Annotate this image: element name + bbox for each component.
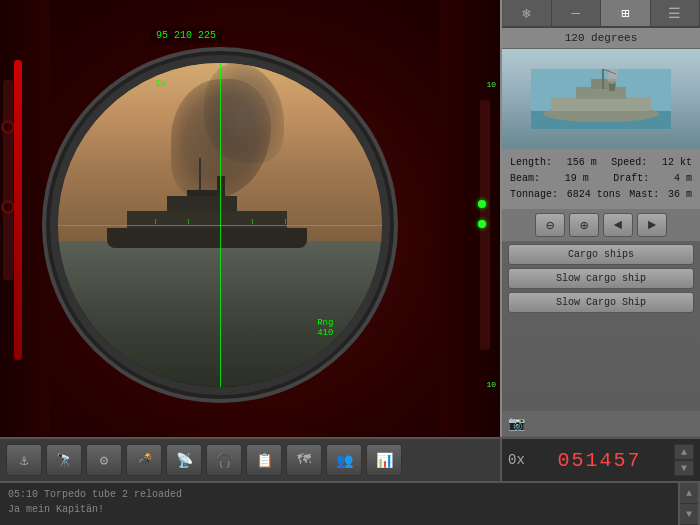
target-ship <box>107 193 307 248</box>
speed-value: 1v <box>155 79 166 89</box>
right-machinery <box>440 0 500 480</box>
counter-display: 0x 051457 ▲ ▼ <box>500 437 700 481</box>
tab-grid[interactable]: ⊞ <box>601 0 651 26</box>
draft-value: 4 m <box>674 171 692 187</box>
ship-silhouette <box>531 69 671 129</box>
range-value: 410 <box>317 328 333 338</box>
ship-stats: Length: 156 m Speed: 12 kt Beam: 19 m Dr… <box>502 149 700 209</box>
periscope-range-display: Rng 410 <box>317 318 333 338</box>
speed-value: 12 kt <box>662 155 692 171</box>
stats-row-1: Length: 156 m Speed: 12 kt <box>510 155 692 171</box>
scroll-up-arrow[interactable]: ▲ <box>680 483 698 504</box>
draft-label: Draft: <box>613 171 649 187</box>
toolbar-btn-4[interactable]: 💣 <box>126 444 162 476</box>
counter-up-arrow[interactable]: ▲ <box>674 444 694 460</box>
tab-list[interactable]: ☰ <box>651 0 701 26</box>
zoom-in-button[interactable]: ⊕ <box>569 213 599 237</box>
status-bar: 05:10 Torpedo tube 2 reloaded Ja mein Ka… <box>0 481 700 525</box>
toolbar-btn-8[interactable]: 🗺 <box>286 444 322 476</box>
crosshair-vertical <box>220 63 221 387</box>
tick-mark <box>188 219 189 224</box>
right-ruler-bottom: 10 <box>486 380 496 389</box>
ship-mast <box>199 158 201 193</box>
counter-arrows: ▲ ▼ <box>674 444 694 476</box>
ship-image-area <box>502 49 700 149</box>
counter-multiplier: 0x <box>508 452 525 468</box>
tonnage-label: Tonnage: <box>510 187 558 203</box>
ship-hull <box>107 228 307 248</box>
panel-camera-icon: 📷 <box>508 415 525 432</box>
beam-label: Beam: <box>510 171 540 187</box>
degree-display: 120 degrees <box>502 28 700 49</box>
panel-bottom: 📷 <box>502 411 700 436</box>
status-message-2: Ja mein Kapitän! <box>8 502 670 517</box>
toolbar-btn-1[interactable]: ⚓ <box>6 444 42 476</box>
periscope-scene: Rng 410 1v <box>58 63 382 387</box>
panel-tabs: ❄ — ⊞ ☰ <box>502 0 700 28</box>
tab-freeze[interactable]: ❄ <box>502 0 552 26</box>
toolbar-btn-6[interactable]: 🎧 <box>206 444 242 476</box>
control-buttons: ⊖ ⊕ ◄ ► <box>502 209 700 241</box>
tick-mark <box>155 219 156 224</box>
status-message-1: 05:10 Torpedo tube 2 reloaded <box>8 487 670 502</box>
speed-label: Speed: <box>611 155 647 171</box>
toolbar-btn-2[interactable]: 🔭 <box>46 444 82 476</box>
slow-cargo-ship-2-button[interactable]: Slow Cargo Ship <box>508 292 694 313</box>
stats-row-3: Tonnage: 6824 tons Mast: 36 m <box>510 187 692 203</box>
bottom-toolbar: ⚓ 🔭 ⚙ 💣 📡 🎧 📋 🗺 👥 📊 <box>0 437 500 481</box>
tonnage-value: 6824 tons <box>567 187 621 203</box>
game-area: 95 210 225 <box>0 0 700 525</box>
toolbar-btn-9[interactable]: 👥 <box>326 444 362 476</box>
scroll-down-arrow[interactable]: ▼ <box>680 504 698 525</box>
range-label: Rng <box>317 318 333 328</box>
svg-rect-3 <box>551 97 651 111</box>
mast-label: Mast: <box>629 187 659 203</box>
next-button[interactable]: ► <box>637 213 667 237</box>
degree-value: 120 degrees <box>565 32 638 44</box>
info-panel: ❄ — ⊞ ☰ 120 degrees <box>500 0 700 480</box>
tick-mark <box>252 219 253 224</box>
compass-value: 95 210 225 <box>156 30 216 41</box>
periscope-speed-display: 1v <box>155 79 166 89</box>
prev-button[interactable]: ◄ <box>603 213 633 237</box>
toolbar-btn-3[interactable]: ⚙ <box>86 444 122 476</box>
slow-cargo-ship-button[interactable]: Slow cargo ship <box>508 268 694 289</box>
mast-value: 36 m <box>668 187 692 203</box>
cargo-ships-button[interactable]: Cargo ships <box>508 244 694 265</box>
toolbar-btn-10[interactable]: 📊 <box>366 444 402 476</box>
stats-row-2: Beam: 19 m Draft: 4 m <box>510 171 692 187</box>
length-label: Length: <box>510 155 552 171</box>
right-ruler-top: 10 <box>486 80 496 89</box>
compass-bar: 95 210 225 <box>150 28 222 43</box>
status-scroll-arrows: ▲ ▼ <box>680 483 700 525</box>
periscope-viewport: Rng 410 1v <box>50 55 390 395</box>
zoom-out-button[interactable]: ⊖ <box>535 213 565 237</box>
status-text: 05:10 Torpedo tube 2 reloaded Ja mein Ka… <box>0 483 680 525</box>
length-value: 156 m <box>567 155 597 171</box>
counter-value: 051457 <box>557 449 641 472</box>
toolbar-btn-5[interactable]: 📡 <box>166 444 202 476</box>
svg-rect-6 <box>602 69 604 89</box>
tab-dash[interactable]: — <box>552 0 602 26</box>
counter-down-arrow[interactable]: ▼ <box>674 460 694 476</box>
left-machinery <box>0 0 50 480</box>
beam-value: 19 m <box>565 171 589 187</box>
toolbar-btn-7[interactable]: 📋 <box>246 444 282 476</box>
tick-mark <box>285 219 286 224</box>
